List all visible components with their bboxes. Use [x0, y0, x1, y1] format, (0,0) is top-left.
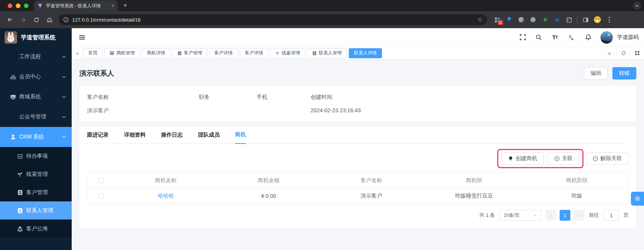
browser-tab[interactable]: 芋道管理系统 - 联系人详情 × [34, 0, 118, 11]
app-logo-row[interactable]: 芋道管理系统 [0, 28, 72, 47]
bookmark-star-icon[interactable]: ☆ [478, 16, 483, 23]
tab-team-members[interactable]: 团队成员 [198, 132, 220, 144]
tag-item[interactable]: 商机管理 [104, 48, 140, 58]
settings-gear-button[interactable] [631, 192, 644, 206]
extension-record-icon[interactable] [529, 16, 537, 24]
business-name-link[interactable]: 哈哈哈 [114, 193, 217, 199]
tags-bar: « 首页 商机管理 商机详情 客户管理 客户详情 客户详情 线索管理 联系人管理 [72, 47, 644, 60]
font-size-icon[interactable]: TT [551, 33, 559, 42]
side-panel-icon[interactable] [582, 16, 589, 24]
customer-name: 演示客户 [320, 193, 423, 199]
window-zoom-button[interactable] [24, 3, 29, 8]
sidebar-item-crm-system[interactable]: CRM 系统 [0, 127, 72, 147]
tab-close-icon[interactable]: × [111, 3, 114, 8]
forward-icon[interactable] [18, 14, 29, 25]
sidebar-item-contacts[interactable]: 联系人管理 [0, 201, 72, 220]
create-business-button[interactable]: 创建商机 [501, 152, 544, 165]
tag-item-active[interactable]: 联系人详情 [349, 48, 382, 58]
tab-search-chevron-icon[interactable] [633, 2, 641, 10]
tab-operation-log[interactable]: 操作日志 [161, 132, 183, 144]
link-button[interactable]: 关联 [548, 152, 579, 165]
row-checkbox[interactable] [98, 193, 104, 199]
sea-waves-icon [17, 226, 23, 232]
goto-label: 前往 [589, 212, 599, 219]
sidebar-item-official-account[interactable]: 公众号管理 [0, 107, 72, 127]
unlink-button[interactable]: 解除关联 [586, 152, 629, 165]
goto-page-input[interactable] [604, 210, 619, 221]
username[interactable]: 芋道源码 [617, 34, 639, 41]
bulb-icon [508, 156, 513, 161]
window-controls [8, 3, 29, 8]
window-minimize-button[interactable] [16, 3, 20, 8]
bell-icon[interactable] [584, 33, 592, 42]
sidebar-item-member-center[interactable]: 会员中心 [0, 67, 72, 87]
translate-icon[interactable]: 文A [567, 33, 576, 42]
tag-item[interactable]: 客户详情 [209, 48, 238, 58]
next-page-button[interactable]: › [573, 210, 584, 221]
extensions-puzzle-icon[interactable] [565, 16, 573, 24]
select-all-checkbox[interactable] [98, 178, 104, 183]
prev-page-button[interactable]: ‹ [546, 210, 557, 221]
toolbar-divider [577, 16, 577, 23]
extension-globe-icon[interactable] [517, 16, 525, 24]
tab-title: 芋道管理系统 - 联系人详情 [46, 3, 108, 9]
app-navbar: TT 文A 芋道源码 [72, 28, 644, 47]
url-text[interactable]: 127.0.0.1/crm/contact/detail/16 [72, 17, 474, 23]
browser-menu-icon[interactable] [605, 16, 613, 24]
business-table: 商机名称 商机金额 客户名称 商机组 商机阶段 哈哈哈 ¥ 0.00 演示客户 … [87, 172, 629, 204]
chevron-down-icon [62, 95, 66, 99]
tag-item[interactable]: 首页 [83, 48, 103, 58]
tab-detail-info[interactable]: 详细资料 [124, 132, 146, 144]
contact-book-icon [17, 208, 23, 214]
profile-emoji-avatar[interactable] [594, 16, 601, 24]
tag-item[interactable]: 联系人管理 [307, 48, 347, 58]
extension-grid-icon[interactable]: 6 [493, 16, 501, 24]
tags-scroll-left-icon[interactable]: « [72, 47, 83, 60]
favicon-vite-icon [37, 3, 43, 8]
browser-toolbar: 127.0.0.1/crm/contact/detail/16 ☆ 6 [0, 11, 644, 28]
sidebar-item-customers[interactable]: 客户管理 [0, 183, 72, 201]
info-label: 手机 [257, 94, 311, 101]
tag-item[interactable]: 商机详情 [142, 48, 170, 58]
edit-button[interactable]: 编辑 [584, 67, 608, 79]
sidebar-item-leads[interactable]: 线索管理 [0, 165, 72, 183]
tag-item[interactable]: 客户管理 [172, 48, 207, 58]
current-page-button[interactable]: 1 [560, 210, 570, 221]
url-bar[interactable]: 127.0.0.1/crm/contact/detail/16 ☆ [59, 14, 487, 25]
new-tab-button[interactable]: + [123, 2, 127, 9]
tags-options-grid-icon[interactable] [630, 47, 644, 60]
info-value [199, 107, 257, 114]
column-header: 商机组 [423, 177, 526, 184]
tab-follow-records[interactable]: 跟进记录 [87, 132, 109, 144]
sidebar-item-customer-pool[interactable]: 客户公海 [0, 220, 72, 238]
tags-scroll-right-icon[interactable]: » [602, 47, 616, 60]
user-avatar[interactable] [600, 31, 613, 44]
fullscreen-icon[interactable] [520, 34, 526, 41]
svg-text:A: A [571, 37, 573, 41]
home-icon[interactable] [44, 14, 55, 25]
chevron-up-icon [62, 135, 66, 139]
tags-refresh-icon[interactable] [616, 47, 630, 60]
menu-fold-icon[interactable] [77, 32, 87, 42]
tag-item[interactable]: 线索管理 [270, 48, 305, 58]
sidebar-item-todo[interactable]: 待办事项 [0, 147, 72, 165]
chevron-down-icon [533, 213, 537, 217]
window-close-button[interactable] [8, 3, 12, 8]
site-info-icon[interactable] [63, 17, 69, 22]
extension-pin-icon[interactable] [505, 16, 513, 24]
extension-star-icon[interactable] [541, 16, 549, 24]
back-icon[interactable] [5, 14, 15, 25]
reload-icon[interactable] [31, 14, 42, 25]
transfer-button[interactable]: 转移 [612, 67, 636, 79]
tab-business[interactable]: 商机 [235, 131, 246, 144]
pagination: 共 1 条 10条/页 ‹ 1 › 前往 页 [87, 210, 629, 221]
extension-chevrons-icon[interactable] [553, 16, 561, 24]
table-row: 哈哈哈 ¥ 0.00 演示客户 吃饭睡觉打豆豆 吃饭 [87, 188, 628, 204]
page-unit-label: 页 [624, 212, 629, 219]
tag-item[interactable]: 客户详情 [240, 48, 268, 58]
info-value: 演示客户 [87, 107, 199, 114]
sidebar-item-mall-system[interactable]: 商城系统 [0, 87, 72, 107]
sidebar-item-workflow[interactable]: 工作流程 [0, 47, 72, 67]
search-icon[interactable] [534, 33, 543, 42]
page-size-select[interactable]: 10条/页 [499, 210, 541, 221]
